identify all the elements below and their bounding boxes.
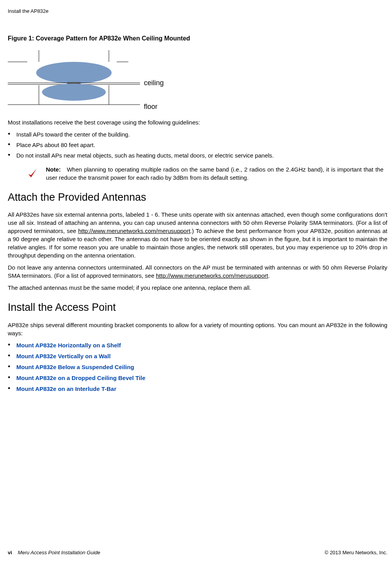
page-header: Install the AP832e (8, 8, 387, 15)
coverage-svg (8, 50, 140, 112)
bullet-80-feet: Place APs about 80 feet apart. (8, 141, 387, 149)
link-mount-bevel-tile[interactable]: Mount AP832e on a Dropped Ceiling Bevel … (16, 375, 145, 381)
copyright: © 2013 Meru Networks, Inc. (325, 549, 387, 556)
link-mount-wall[interactable]: Mount AP832e Vertically on a Wall (16, 353, 110, 359)
p3-post: . (268, 272, 270, 279)
note-label: Note: (46, 166, 61, 173)
link-mount-shelf[interactable]: Mount AP832e Horizontally on a Shelf (16, 342, 121, 349)
guide-title: Meru Access Point Installation Guide (18, 549, 100, 556)
paragraph-guidelines-intro: Most installations receive the best cove… (8, 118, 387, 126)
note-body: When planning to operating multiple radi… (46, 166, 383, 181)
svg-point-4 (36, 62, 112, 84)
coverage-pattern-figure: ceiling floor (8, 50, 387, 112)
note-block: Note: When planning to operating multipl… (27, 165, 387, 182)
svg-point-8 (42, 84, 106, 101)
bullet-center-building: Install APs toward the center of the bui… (8, 130, 387, 138)
checkmark-icon (27, 167, 38, 182)
paragraph-same-model: The attached antennas must be the same m… (8, 284, 387, 292)
figure-title: Figure 1: Coverage Pattern for AP832e Wh… (8, 34, 387, 43)
merusupport-link-1[interactable]: http://www.merunetworks.com/merusupport (78, 228, 190, 234)
heading-install-ap: Install the Access Point (8, 300, 387, 315)
paragraph-antenna-ports: All AP832es have six external antenna po… (8, 210, 387, 259)
page-number: vi (8, 549, 12, 556)
link-mount-interlude-tbar[interactable]: Mount AP832e on an Interlude T-Bar (16, 385, 116, 392)
paragraph-terminate-connectors: Do not leave any antenna connectors unte… (8, 263, 387, 280)
merusupport-link-2[interactable]: http://www.merunetworks.com/merusupport (156, 272, 268, 279)
floor-label: floor (144, 102, 158, 112)
heading-attach-antennas: Attach the Provided Antennas (8, 190, 387, 205)
link-mount-suspended-ceiling[interactable]: Mount AP832e Below a Suspended Ceiling (16, 364, 134, 370)
bullet-metal-objects: Do not install APs near metal objects, s… (8, 151, 387, 159)
paragraph-mounting-options: AP832e ships several different mounting … (8, 321, 387, 337)
page-footer: vi Meru Access Point Installation Guide … (8, 549, 387, 556)
ceiling-label: ceiling (144, 78, 164, 88)
